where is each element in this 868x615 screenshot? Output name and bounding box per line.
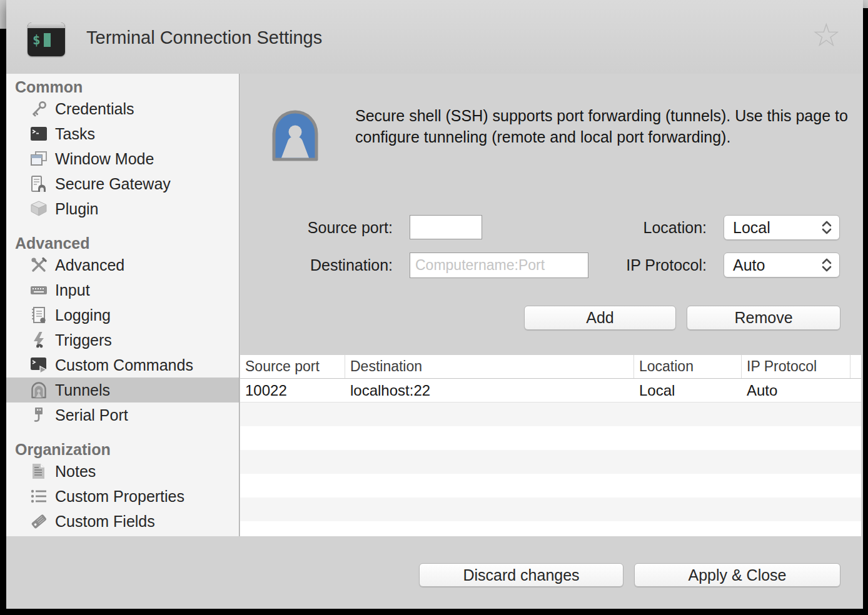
cell-location: Local bbox=[634, 379, 742, 402]
cell-ip-protocol: Auto bbox=[742, 379, 850, 402]
table-row[interactable]: 10022 localhost:22 Local Auto bbox=[240, 379, 861, 402]
list-icon bbox=[29, 487, 49, 506]
section-gap bbox=[6, 428, 239, 440]
chevron-up-down-icon bbox=[820, 220, 833, 235]
table-empty-row bbox=[240, 498, 861, 521]
column-header-destination[interactable]: Destination bbox=[345, 355, 634, 378]
sidebar-item-label: Secure Gateway bbox=[55, 175, 171, 193]
ip-protocol-dropdown-value: Auto bbox=[724, 256, 820, 274]
column-header-ip-protocol[interactable]: IP Protocol bbox=[742, 355, 850, 378]
location-dropdown-value: Local bbox=[724, 219, 820, 237]
page-description: Secure shell (SSH) supports port forward… bbox=[355, 105, 850, 148]
tunnel-icon-large bbox=[266, 106, 325, 165]
table-empty-row bbox=[240, 474, 861, 498]
sidebar-item-tunnels[interactable]: Tunnels bbox=[6, 378, 239, 402]
terminal-play-icon bbox=[29, 356, 49, 374]
sidebar-item-custom-properties[interactable]: Custom Properties bbox=[6, 484, 239, 509]
terminal-app-icon: $ bbox=[28, 22, 65, 56]
destination-input[interactable] bbox=[410, 252, 588, 278]
column-header-spacer bbox=[850, 355, 861, 378]
lightning-icon bbox=[29, 331, 49, 349]
source-port-label: Source port: bbox=[250, 219, 393, 237]
sidebar-item-credentials[interactable]: Credentials bbox=[6, 96, 239, 121]
key-icon bbox=[29, 99, 49, 118]
sidebar-item-label: Credentials bbox=[55, 100, 134, 118]
sidebar-item-label: Input bbox=[55, 281, 90, 299]
sidebar-item-notes[interactable]: Notes bbox=[6, 459, 239, 484]
remove-button[interactable]: Remove bbox=[687, 306, 840, 330]
sidebar-item-label: Advanced bbox=[55, 256, 124, 274]
sidebar-item-label: Triggers bbox=[55, 331, 112, 349]
discard-changes-button[interactable]: Discard changes bbox=[419, 563, 623, 587]
destination-label: Destination: bbox=[250, 256, 393, 274]
sidebar-item-serial-port[interactable]: Serial Port bbox=[6, 402, 239, 428]
cell-destination: localhost:22 bbox=[345, 379, 634, 402]
terminal-icon-prompt: $ bbox=[28, 28, 65, 48]
sidebar-item-label: Custom Properties bbox=[55, 488, 184, 506]
location-dropdown[interactable]: Local bbox=[724, 215, 840, 240]
sidebar-item-secure-gateway[interactable]: Secure Gateway bbox=[6, 171, 239, 196]
cell-spacer bbox=[850, 379, 861, 402]
ip-protocol-label: IP Protocol: bbox=[569, 256, 707, 274]
table-empty-row bbox=[240, 426, 861, 450]
terminal-icon bbox=[29, 124, 49, 143]
location-label: Location: bbox=[569, 219, 707, 237]
cube-icon bbox=[29, 199, 49, 218]
page-title: Terminal Connection Settings bbox=[86, 28, 322, 48]
column-header-source-port[interactable]: Source port bbox=[240, 355, 345, 378]
chevron-up-down-icon bbox=[820, 258, 833, 272]
keyboard-icon bbox=[29, 281, 49, 299]
sidebar-item-label: Logging bbox=[55, 306, 111, 324]
section-gap bbox=[6, 221, 239, 234]
screenshot-stage: $ Terminal Connection Settings ☆ Common … bbox=[0, 0, 868, 615]
section-header-common: Common bbox=[6, 78, 239, 96]
title-bar: $ Terminal Connection Settings ☆ bbox=[6, 0, 863, 74]
sidebar-item-label: Plugin bbox=[55, 200, 99, 218]
section-header-advanced: Advanced bbox=[6, 234, 239, 252]
sidebar-item-plugin[interactable]: Plugin bbox=[6, 196, 239, 221]
sidebar-item-label: Serial Port bbox=[55, 406, 128, 424]
sidebar-item-custom-commands[interactable]: Custom Commands bbox=[6, 352, 239, 378]
sidebar-item-label: Window Mode bbox=[55, 150, 154, 168]
notepad-icon bbox=[29, 306, 49, 324]
terminal-icon-cursor bbox=[44, 33, 51, 47]
terminal-connection-settings-window: $ Terminal Connection Settings ☆ Common … bbox=[6, 0, 863, 609]
sidebar-item-triggers[interactable]: Triggers bbox=[6, 328, 239, 352]
usb-icon bbox=[29, 406, 49, 424]
sidebar-item-tasks[interactable]: Tasks bbox=[6, 121, 239, 146]
background-window-edge bbox=[0, 0, 6, 29]
sidebar-item-label: Notes bbox=[55, 462, 96, 481]
ip-protocol-dropdown[interactable]: Auto bbox=[724, 252, 840, 278]
tunnels-table-header: Source port Destination Location IP Prot… bbox=[240, 355, 861, 379]
table-empty-row bbox=[240, 402, 861, 426]
sidebar-item-window-mode[interactable]: Window Mode bbox=[6, 146, 239, 171]
sidebar-item-advanced[interactable]: Advanced bbox=[6, 252, 239, 278]
apply-close-button[interactable]: Apply & Close bbox=[634, 563, 840, 587]
sidebar-item-label: Custom Commands bbox=[55, 356, 193, 374]
table-empty-row bbox=[240, 521, 861, 536]
tag-icon bbox=[29, 512, 49, 531]
star-outline-icon[interactable]: ☆ bbox=[812, 16, 841, 54]
settings-sidebar: Common Credentials Tasks Window Mode bbox=[6, 74, 240, 536]
document-icon bbox=[29, 462, 49, 481]
column-header-location[interactable]: Location bbox=[634, 355, 742, 378]
sidebar-item-custom-fields[interactable]: Custom Fields bbox=[6, 509, 239, 534]
tunnel-icon bbox=[29, 381, 49, 399]
add-button[interactable]: Add bbox=[524, 306, 676, 330]
table-empty-row bbox=[240, 450, 861, 474]
tunnels-table: Source port Destination Location IP Prot… bbox=[240, 355, 861, 536]
windows-icon bbox=[29, 149, 49, 168]
sidebar-item-input[interactable]: Input bbox=[6, 278, 239, 302]
cell-source-port: 10022 bbox=[240, 379, 345, 402]
server-gateway-icon bbox=[29, 174, 49, 193]
source-port-input[interactable] bbox=[410, 215, 482, 239]
sidebar-item-label: Custom Fields bbox=[55, 512, 155, 531]
sidebar-item-logging[interactable]: Logging bbox=[6, 302, 239, 328]
tools-icon bbox=[29, 256, 49, 274]
sidebar-item-label: Tasks bbox=[55, 125, 95, 143]
section-header-organization: Organization bbox=[6, 440, 239, 459]
sidebar-item-label: Tunnels bbox=[55, 381, 110, 399]
terminal-icon-titlebar bbox=[28, 22, 65, 28]
